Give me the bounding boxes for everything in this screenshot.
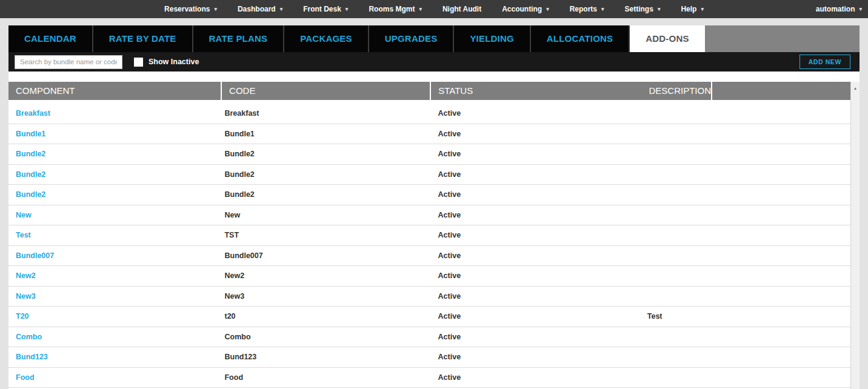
status-cell: Active [431, 109, 640, 118]
table-row: Test TST Active [8, 225, 850, 246]
tab-label: CALENDAR [24, 33, 76, 44]
table-row: Bund123 Bund123 Active [8, 347, 850, 368]
code-cell: New [217, 211, 430, 219]
table-row: Bundle1 Bundle1 Active [8, 124, 850, 145]
code-cell: Bundle2 [217, 150, 430, 158]
component-link[interactable]: Bundle007 [16, 251, 54, 260]
component-link[interactable]: Food [16, 373, 35, 382]
component-cell: Combo [8, 333, 217, 341]
scrollbar-up-arrow-icon[interactable]: ▲ [851, 82, 860, 90]
component-cell: Bundle2 [8, 170, 217, 179]
tab[interactable]: RATE PLANS [193, 25, 285, 52]
nav-menu-item-label: Reservations [164, 5, 210, 13]
nav-menu-item[interactable]: Accounting ▾ [502, 5, 549, 13]
column-header[interactable]: COMPONENT [8, 82, 222, 100]
table-row: Food Food Active [8, 368, 850, 388]
component-link[interactable]: Bundle2 [16, 170, 45, 179]
component-link[interactable]: Bundle2 [16, 150, 45, 158]
code-cell: Bund123 [217, 353, 430, 361]
user-menu[interactable]: automation ▾ [816, 0, 862, 18]
component-cell: Test [8, 231, 217, 239]
table-row: Combo Combo Active [8, 327, 850, 348]
component-cell: Bundle2 [8, 150, 217, 158]
nav-menu-item[interactable]: Settings ▾ [625, 5, 661, 13]
status-cell: Active [431, 190, 640, 199]
component-cell: Bundle007 [8, 251, 217, 260]
nav-menu-item-label: Dashboard [238, 5, 276, 13]
table-row: New3 New3 Active [8, 287, 850, 307]
chevron-down-icon: ▾ [546, 7, 549, 12]
tab[interactable]: ALLOCATIONS [531, 25, 630, 52]
nav-menu-item[interactable]: Night Audit [442, 5, 481, 13]
toolbar: Show Inactive ADD NEW [8, 52, 860, 71]
nav-menu-item[interactable]: Reports ▾ [570, 5, 604, 13]
status-cell: Active [431, 170, 640, 179]
code-cell: TST [217, 231, 430, 239]
table-main: COMPONENT CODE STATUS DESCRIPTION Breakf… [8, 82, 850, 389]
column-header[interactable]: DESCRIPTION [642, 82, 713, 100]
column-header[interactable]: STATUS [431, 82, 641, 100]
description-cell: Test [640, 312, 850, 321]
status-cell: Active [431, 312, 640, 321]
chevron-down-icon: ▾ [214, 7, 217, 12]
nav-menu-item[interactable]: Rooms Mgmt ▾ [369, 5, 422, 13]
chevron-down-icon: ▾ [658, 7, 661, 12]
user-menu-label: automation [816, 5, 855, 13]
table-header-row: COMPONENT CODE STATUS DESCRIPTION [8, 82, 850, 100]
component-link[interactable]: Bundle1 [16, 130, 45, 138]
component-cell: New2 [8, 271, 217, 280]
table-row: T20 t20 Active Test [8, 307, 850, 327]
add-new-button[interactable]: ADD NEW [800, 55, 850, 69]
nav-menu-item[interactable]: Front Desk ▾ [303, 5, 348, 13]
nav-menu-item[interactable]: Dashboard ▾ [238, 5, 282, 13]
table-row: Bundle2 Bundle2 Active [8, 185, 850, 205]
component-link[interactable]: Bund123 [16, 353, 48, 361]
tab[interactable]: CALENDAR [8, 25, 93, 52]
tab-label: RATE PLANS [209, 33, 268, 44]
code-cell: Bundle2 [217, 170, 430, 179]
show-inactive-checkbox[interactable] [134, 58, 143, 67]
status-cell: Active [431, 251, 640, 260]
nav-menu-item-label: Help [681, 5, 696, 13]
component-link[interactable]: Combo [16, 333, 42, 341]
component-cell: New [8, 211, 217, 219]
table-body: Breakfast Breakfast Active Bundle1 Bundl… [8, 100, 850, 388]
tab[interactable]: ADD-ONS [630, 25, 704, 52]
table-row: Bundle007 Bundle007 Active [8, 246, 850, 267]
tab-label: PACKAGES [300, 33, 352, 44]
tab[interactable]: YIELDING [454, 25, 530, 52]
nav-menu-item[interactable]: Help ▾ [681, 5, 704, 13]
code-cell: Food [217, 373, 430, 382]
tab[interactable]: PACKAGES [284, 25, 369, 52]
component-link[interactable]: Bundle2 [16, 190, 45, 199]
tab[interactable]: RATE BY DATE [93, 25, 193, 52]
component-link[interactable]: Test [16, 231, 31, 239]
addons-table: COMPONENT CODE STATUS DESCRIPTION Breakf… [8, 82, 860, 389]
component-cell: New3 [8, 292, 217, 301]
vertical-scrollbar[interactable]: ▲ [850, 82, 860, 389]
component-link[interactable]: New2 [16, 271, 36, 280]
component-cell: Food [8, 373, 217, 382]
table-row: Breakfast Breakfast Active [8, 104, 850, 124]
chevron-down-icon: ▾ [601, 7, 604, 12]
tab-label: ALLOCATIONS [547, 33, 613, 44]
tab[interactable]: UPGRADES [369, 25, 455, 52]
status-cell: Active [431, 271, 640, 280]
component-link[interactable]: New3 [16, 292, 36, 301]
search-input[interactable] [15, 55, 122, 69]
component-link[interactable]: Breakfast [16, 109, 50, 118]
status-cell: Active [431, 211, 640, 219]
top-navigation-bar: Reservations ▾ Dashboard ▾ Front Desk ▾ … [0, 0, 868, 18]
show-inactive-label: Show Inactive [149, 58, 199, 66]
nav-menu-item-label: Accounting [502, 5, 542, 13]
table-row: Bundle2 Bundle2 Active [8, 144, 850, 165]
component-link[interactable]: New [16, 211, 32, 219]
chevron-down-icon: ▾ [419, 7, 422, 12]
column-header[interactable]: CODE [222, 82, 431, 100]
tab-label: RATE BY DATE [109, 33, 176, 44]
nav-menu-item[interactable]: Reservations ▾ [164, 5, 217, 13]
component-cell: Bund123 [8, 353, 217, 361]
nav-menu-item-label: Reports [570, 5, 597, 13]
component-link[interactable]: T20 [16, 312, 29, 321]
component-cell: Bundle1 [8, 130, 217, 138]
